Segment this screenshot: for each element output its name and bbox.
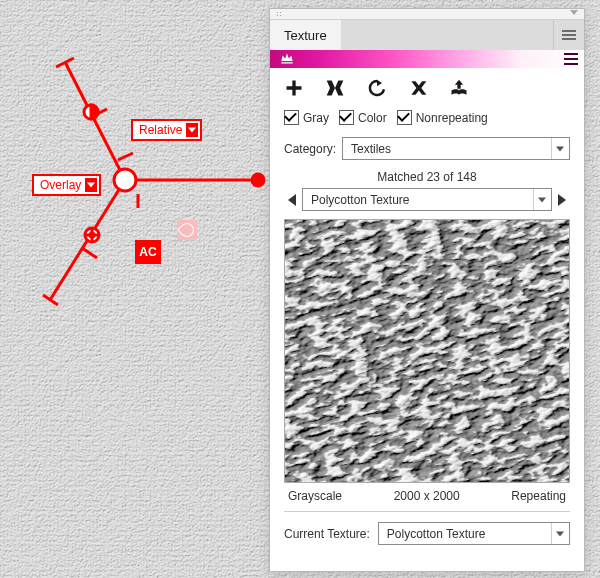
x-icon: [408, 78, 428, 98]
plus-icon: [284, 78, 304, 98]
filter-checks: Gray Color Nonrepeating: [270, 106, 584, 133]
preview-wrap: [270, 219, 584, 483]
delete-button[interactable]: [408, 78, 428, 98]
tab-row: Texture: [270, 20, 584, 50]
compare-button[interactable]: [324, 78, 346, 98]
texture-nav-row: Polycotton Texture: [270, 188, 584, 219]
overlay-dropdown[interactable]: Overlay: [32, 174, 101, 196]
separator: [284, 511, 570, 512]
prev-button[interactable]: [284, 191, 296, 209]
download-book-icon: [448, 78, 470, 98]
tab-texture[interactable]: Texture: [270, 20, 341, 50]
panel-drag-handle[interactable]: [270, 9, 584, 20]
current-texture-row: Current Texture: Polycotton Texture: [270, 514, 584, 555]
overlay-dropdown-label: Overlay: [40, 178, 81, 192]
pro-banner: [270, 50, 584, 68]
gray-checkbox[interactable]: Gray: [284, 110, 329, 125]
matched-text: Matched 23 of 148: [270, 164, 584, 188]
meta-row: Grayscale 2000 x 2000 Repeating: [270, 483, 584, 509]
import-button[interactable]: [448, 78, 470, 98]
panel-collapse-icon[interactable]: [570, 10, 578, 15]
texture-dropdown[interactable]: Polycotton Texture: [302, 188, 552, 211]
color-checkbox[interactable]: Color: [339, 110, 387, 125]
meta-mode: Grayscale: [288, 489, 342, 503]
reload-icon: [366, 78, 388, 98]
next-button[interactable]: [558, 191, 570, 209]
svg-rect-17: [285, 220, 569, 482]
texture-panel: Texture Gray: [269, 8, 585, 572]
category-label: Category:: [284, 142, 336, 156]
current-texture-dropdown[interactable]: Polycotton Texture: [378, 522, 570, 545]
toolbar: [270, 68, 584, 106]
meta-size: 2000 x 2000: [394, 489, 460, 503]
category-dropdown[interactable]: Textiles: [342, 137, 570, 160]
texture-preview[interactable]: [284, 219, 570, 483]
add-button[interactable]: [284, 78, 304, 98]
menu-icon: [562, 30, 576, 40]
nonrepeating-checkbox[interactable]: Nonrepeating: [397, 110, 488, 125]
current-texture-label: Current Texture:: [284, 527, 370, 541]
relative-dropdown-label: Relative: [139, 123, 182, 137]
meta-repeat: Repeating: [511, 489, 566, 503]
relative-dropdown[interactable]: Relative: [131, 119, 202, 141]
faded-swatch[interactable]: [177, 220, 197, 240]
split-icon: [324, 78, 346, 98]
banner-menu-button[interactable]: [564, 53, 578, 65]
crown-icon: [278, 51, 296, 66]
panel-menu-button[interactable]: [553, 20, 584, 50]
reload-button[interactable]: [366, 78, 388, 98]
ac-badge[interactable]: AC: [135, 240, 161, 264]
category-row: Category: Textiles: [270, 133, 584, 164]
